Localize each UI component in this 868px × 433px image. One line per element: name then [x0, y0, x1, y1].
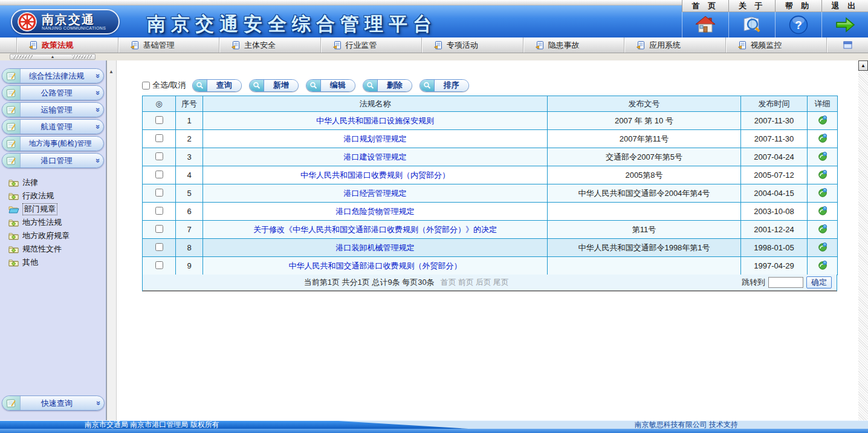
toolbar-button[interactable]: 查询: [192, 79, 242, 92]
folder-closed-icon: [8, 258, 19, 267]
row-checkbox[interactable]: [155, 171, 163, 178]
row-checkbox[interactable]: [155, 207, 163, 215]
regulation-name-link[interactable]: 关于修改《中华人民共和国交通部港口收费规则（外贸部分）》的决定: [253, 225, 497, 234]
sidebar-accordion-item[interactable]: 公路管理 »: [2, 85, 104, 100]
tree-item[interactable]: 其他: [8, 256, 106, 269]
detail-icon[interactable]: [818, 151, 828, 161]
sidebar-collapse-handle[interactable]: ▲: [10, 54, 96, 60]
regulation-name-cell: 关于修改《中华人民共和国交通部港口收费规则（外贸部分）》的决定: [203, 221, 548, 239]
detail-icon[interactable]: [818, 242, 828, 252]
pagination-link[interactable]: 后页: [476, 277, 491, 288]
nav-tab[interactable]: 主体安全: [219, 37, 321, 53]
regulations-table: ◎序号法规名称发布文号发布时间详细 1 中华人民共和国港口设施保安规则 2007…: [142, 96, 838, 275]
pagination-link[interactable]: 前页: [458, 277, 474, 288]
sidebar-accordion-item[interactable]: 地方海事(船检)管理 »: [2, 136, 104, 151]
nav-tab-label: 政策法规: [42, 40, 73, 51]
row-checkbox[interactable]: [155, 134, 163, 142]
tree-item[interactable]: 部门规章: [8, 203, 106, 216]
header-links: 首 页 关 于 帮 助 退 出: [682, 0, 868, 12]
confirm-button[interactable]: 确定: [806, 276, 832, 288]
scrollbar-up-arrow-icon[interactable]: ▲: [858, 60, 868, 71]
header-link[interactable]: 首 页: [682, 0, 728, 11]
toolbar-button[interactable]: 编辑: [306, 79, 355, 92]
pagination-links: 首页前页后页尾页: [441, 277, 509, 288]
detail-icon[interactable]: [818, 169, 828, 179]
detail-icon[interactable]: [818, 224, 828, 233]
toolbar: 全选/取消 查询: [142, 79, 469, 92]
tree-item[interactable]: 地方性法规: [8, 216, 106, 229]
main-content: 全选/取消 查询: [117, 60, 858, 420]
regulation-name-link[interactable]: 港口装卸机械管理规定: [336, 243, 415, 252]
pagination-link[interactable]: 尾页: [493, 277, 509, 288]
regulation-name-link[interactable]: 中华人民共和国港口设施保安规则: [316, 116, 434, 125]
nav-tab[interactable]: 政策法规: [17, 37, 118, 53]
chevron-down-icon: »: [94, 122, 103, 132]
vertical-scrollbar[interactable]: ▲: [858, 60, 868, 433]
row-checkbox[interactable]: [155, 225, 163, 233]
detail-icon[interactable]: [818, 206, 828, 215]
row-checkbox[interactable]: [155, 243, 163, 251]
row-checkbox[interactable]: [155, 189, 163, 197]
detail-icon[interactable]: [818, 260, 828, 270]
sidebar-accordion-item[interactable]: 港口管理 »: [2, 153, 104, 168]
row-checkbox[interactable]: [155, 261, 163, 269]
nav-tab[interactable]: 应用系统: [624, 37, 726, 53]
about-icon[interactable]: [728, 12, 775, 37]
sidebar-accordion-item[interactable]: 综合性法律法规 »: [2, 68, 104, 83]
window-layout-icon[interactable]: [827, 37, 868, 53]
toolbar-button[interactable]: 新增: [249, 79, 299, 92]
exit-icon[interactable]: [821, 12, 868, 37]
toolbar-button[interactable]: 删除: [363, 79, 412, 92]
pagination-link[interactable]: 首页: [441, 277, 456, 288]
nav-tabbar: 政策法规 基础管理: [0, 37, 868, 53]
document-arrow-icon: [130, 41, 139, 50]
nav-tab[interactable]: 专项活动: [422, 37, 523, 53]
row-checkbox-cell: [143, 221, 176, 239]
regulation-name-link[interactable]: 港口经营管理规定: [344, 189, 407, 198]
regulation-name-cell: 中华人民共和国港口设施保安规则: [203, 112, 548, 130]
regulation-name-link[interactable]: 港口危险货物管理规定: [336, 207, 415, 216]
nav-tab[interactable]: 视频监控: [726, 37, 828, 53]
pagination-center: 当前第1页 共分1页 总计9条 每页30条 首页前页后页尾页: [304, 275, 509, 290]
detail-icon[interactable]: [818, 187, 828, 197]
row-checkbox[interactable]: [155, 116, 163, 124]
regulation-name-link[interactable]: 港口规划管理规定: [344, 134, 407, 143]
publish-date: 2005-07-12: [741, 166, 808, 184]
header-link[interactable]: 帮 助: [775, 0, 821, 11]
tree-item-label: 其他: [22, 257, 38, 268]
sidebar-accordion-quick-search[interactable]: 快速查询 »: [2, 396, 105, 411]
footer-bottom-bar: [0, 429, 868, 433]
detail-icon[interactable]: [818, 115, 828, 125]
jump-page-input[interactable]: [768, 277, 803, 288]
footer-copyright: 南京市交通局 南京市港口管理局 版权所有: [85, 421, 219, 429]
nav-tab[interactable]: 隐患事故: [523, 37, 625, 53]
sidebar-splitter[interactable]: ▲: [106, 60, 117, 420]
help-icon[interactable]: ?: [775, 12, 821, 37]
tree-item[interactable]: 地方政府规章: [8, 229, 106, 243]
header-link[interactable]: 退 出: [821, 0, 868, 11]
row-checkbox[interactable]: [155, 152, 163, 160]
row-checkbox-cell: [143, 239, 176, 257]
regulation-name-link[interactable]: 港口建设管理规定: [344, 152, 407, 161]
home-icon[interactable]: [682, 12, 728, 37]
table-header-cell: 发布时间: [741, 96, 808, 112]
tree-item[interactable]: 行政法规: [8, 189, 106, 203]
nav-tab[interactable]: 行业监管: [321, 37, 423, 53]
tree-item[interactable]: 规范性文件: [8, 243, 106, 256]
row-checkbox-cell: [143, 203, 176, 221]
folder-closed-icon: [8, 178, 19, 187]
select-all-label: 全选/取消: [152, 80, 186, 91]
sidebar-accordion-item[interactable]: 运输管理 »: [2, 102, 104, 117]
select-all-checkbox[interactable]: [142, 82, 150, 90]
header-link[interactable]: 关 于: [728, 0, 775, 11]
tree-item-label: 地方政府规章: [22, 230, 70, 241]
regulation-name-cell: 港口经营管理规定: [203, 184, 548, 203]
toolbar-button[interactable]: 排序: [419, 79, 469, 92]
detail-icon[interactable]: [818, 133, 828, 143]
tree-item[interactable]: 法律: [8, 176, 106, 189]
regulation-name-link[interactable]: 中华人民共和国港口收费规则（内贸部分）: [300, 171, 450, 180]
logo-subtitle: NANJING COMMUNICATIONS: [42, 26, 106, 30]
sidebar-accordion-item[interactable]: 航道管理 »: [2, 119, 104, 134]
nav-tab[interactable]: 基础管理: [118, 37, 220, 53]
regulation-name-link[interactable]: 中华人民共和国交通部港口收费规则（外贸部分）: [289, 261, 462, 270]
